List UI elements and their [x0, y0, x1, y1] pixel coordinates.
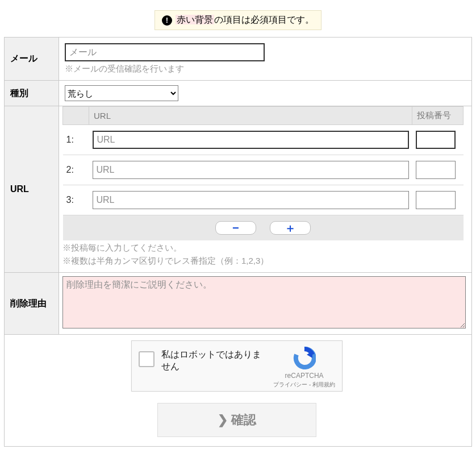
info-icon: !	[162, 15, 172, 26]
recaptcha-icon	[293, 347, 316, 369]
url-table: URL 投稿番号 1: 2:	[62, 106, 464, 240]
notice-suffix: の項目は必須項目です。	[214, 15, 314, 24]
url-row-num: 2:	[63, 155, 89, 185]
required-notice: ! 赤い背景の項目は必須項目です。	[155, 10, 321, 30]
url-row: 1:	[63, 125, 464, 155]
email-field[interactable]	[65, 43, 265, 61]
url-row-num: 1:	[63, 125, 89, 155]
url-button-row: − ＋	[63, 215, 464, 241]
url-hint-2: ※複数は半角カンマ区切りでレス番指定（例：1,2,3）	[62, 256, 464, 267]
postno-input-2[interactable]	[416, 161, 456, 179]
submit-button[interactable]: ❯確認	[157, 403, 316, 437]
url-col-num	[63, 107, 89, 125]
url-hint-1: ※投稿毎に入力してください。	[62, 243, 464, 253]
label-url: URL	[5, 106, 59, 273]
notice-prefix: 赤い背景	[176, 15, 214, 24]
recaptcha-checkbox[interactable]	[139, 351, 155, 367]
label-email: メール	[5, 38, 59, 81]
type-select[interactable]: 荒らし	[65, 85, 178, 101]
recaptcha-terms-link[interactable]: 利用規約	[312, 381, 335, 388]
chevron-right-icon: ❯	[218, 413, 228, 427]
url-input-2[interactable]	[93, 161, 409, 179]
label-type: 種別	[5, 81, 59, 106]
url-input-3[interactable]	[93, 191, 409, 209]
recaptcha-privacy-link[interactable]: プライバシー	[273, 381, 307, 388]
url-row: 2:	[63, 155, 464, 185]
postno-input-3[interactable]	[416, 191, 456, 209]
recaptcha-brand: reCAPTCHA	[273, 372, 335, 380]
recaptcha-label: 私はロボットではありません	[161, 347, 266, 373]
postno-input-1[interactable]	[416, 131, 456, 149]
recaptcha-box: 私はロボットではありません reCAPTCHA プライバシー - 利用規約	[131, 340, 343, 392]
email-hint: ※メールの受信確認を行います	[65, 64, 464, 74]
reason-textarea[interactable]	[62, 276, 466, 328]
url-row-num: 3:	[63, 185, 89, 215]
form-table: メール ※メールの受信確認を行います 種別 荒らし URL	[4, 37, 472, 447]
url-input-1[interactable]	[93, 131, 409, 149]
url-row: 3:	[63, 185, 464, 215]
url-col-url: URL	[89, 107, 412, 125]
add-row-button[interactable]: ＋	[270, 221, 311, 235]
label-reason: 削除理由	[5, 273, 59, 335]
url-col-postno: 投稿番号	[412, 107, 464, 125]
remove-row-button[interactable]: −	[215, 221, 256, 235]
